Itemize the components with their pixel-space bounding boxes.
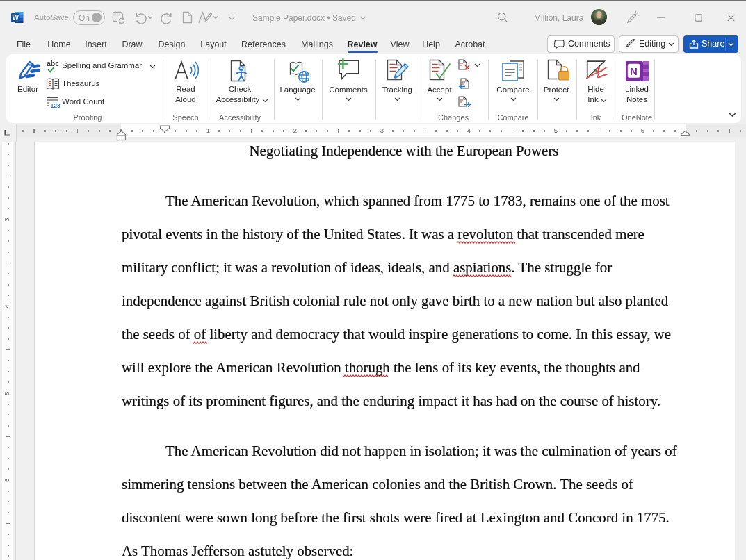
svg-text:W: W: [12, 14, 19, 22]
svg-text:N: N: [630, 65, 638, 77]
svg-text:123: 123: [51, 102, 60, 109]
svg-text:abc: abc: [47, 60, 59, 67]
